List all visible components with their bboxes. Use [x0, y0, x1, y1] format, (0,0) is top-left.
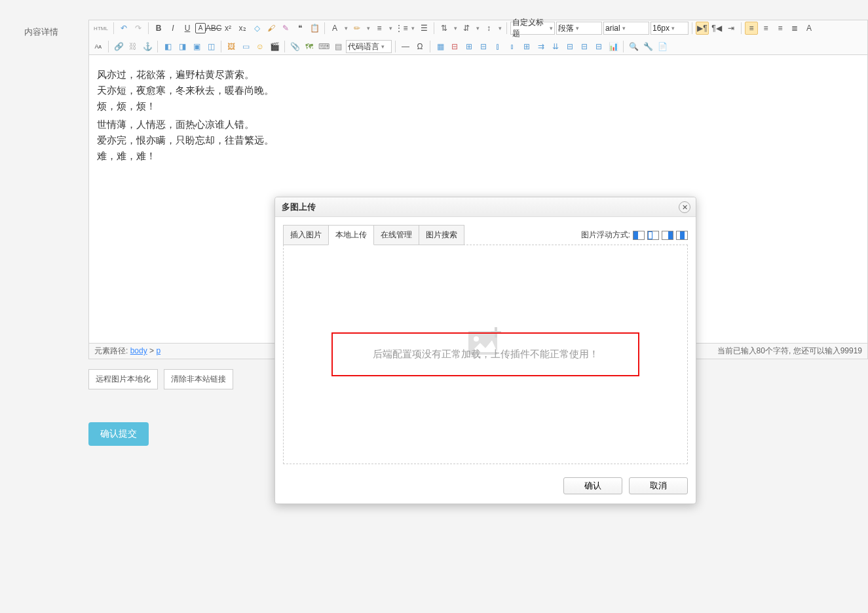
rst-dd[interactable]: ▾ [452, 25, 459, 31]
insertcol-icon[interactable]: ⫿ [491, 40, 504, 53]
dir-ltr-icon[interactable]: ▶¶ [696, 22, 709, 35]
img-center-icon[interactable]: ▣ [190, 40, 203, 53]
element-path: 元素路径: body > p [94, 346, 160, 357]
splitcols-icon[interactable]: ⊟ [592, 40, 605, 53]
strikethrough-icon[interactable]: ABC [207, 22, 220, 35]
hr-icon[interactable]: — [399, 40, 412, 53]
rsb-dd[interactable]: ▾ [474, 25, 481, 31]
img-none-icon[interactable]: ◫ [204, 40, 217, 53]
bold-icon[interactable]: B [152, 22, 165, 35]
path-p-link[interactable]: p [156, 346, 160, 355]
tab-online-manage[interactable]: 在线管理 [373, 225, 419, 245]
map-icon[interactable]: 🗺 [303, 40, 316, 53]
subscript-icon[interactable]: x₂ [236, 22, 249, 35]
splitrows-icon[interactable]: ⊟ [578, 40, 591, 53]
emotion-icon[interactable]: ☺ [254, 40, 267, 53]
fontfamily-select[interactable]: arial [603, 22, 649, 35]
search-icon[interactable]: 🔍 [627, 40, 640, 53]
content-line: 烦，烦，烦！ [97, 98, 859, 114]
separator [395, 41, 396, 52]
charttable-icon[interactable]: 📊 [607, 40, 620, 53]
submit-button[interactable]: 确认提交 [88, 422, 149, 446]
mergedown-icon[interactable]: ⇊ [549, 40, 562, 53]
lineheight-icon[interactable]: ↕ [482, 22, 495, 35]
touppercase-icon[interactable]: A [802, 22, 816, 35]
paragraph-select[interactable]: 段落 [556, 22, 602, 35]
img-right-icon[interactable]: ◨ [176, 40, 189, 53]
eraser-icon[interactable]: ◇ [250, 22, 263, 35]
dialog-close-button[interactable]: ✕ [679, 201, 690, 213]
template-icon[interactable]: ▤ [331, 40, 345, 53]
dialog-ok-button[interactable]: 确认 [563, 477, 622, 494]
replace-icon[interactable]: 🔧 [641, 40, 654, 53]
insertcode-icon[interactable]: ⌨ [317, 40, 330, 53]
selectall-icon[interactable]: ☰ [417, 22, 430, 35]
align-center-icon[interactable]: ≡ [759, 22, 772, 35]
forecolor-icon[interactable]: A [328, 22, 341, 35]
forecolor-dd[interactable]: ▾ [343, 25, 349, 31]
tab-insert-image[interactable]: 插入图片 [283, 225, 329, 245]
ol-dd[interactable]: ▾ [387, 25, 394, 31]
float-right-icon[interactable] [662, 231, 673, 240]
path-body-link[interactable]: body [130, 346, 147, 355]
insertimage-icon[interactable]: 🖼 [225, 40, 238, 53]
print-icon[interactable]: 📄 [656, 40, 669, 53]
superscript-icon[interactable]: x² [221, 22, 235, 35]
separator [221, 41, 221, 52]
upload-dropzone[interactable]: 后端配置项没有正常加载，上传插件不能正常使用！ [283, 245, 688, 464]
align-right-icon[interactable]: ≡ [774, 22, 787, 35]
formatpaint-icon[interactable]: 🖌 [265, 22, 278, 35]
backcolor-dd[interactable]: ▾ [365, 25, 371, 31]
autotype-icon[interactable]: ✎ [279, 22, 292, 35]
spechar-icon[interactable]: Ω [413, 40, 426, 53]
float-center-icon[interactable] [676, 231, 688, 240]
float-none-icon[interactable] [633, 231, 645, 240]
unlink-icon[interactable]: ⛓ [126, 40, 140, 53]
blockquote-icon[interactable]: ❝ [293, 22, 307, 35]
ul-dd[interactable]: ▾ [409, 25, 416, 31]
codelang-select[interactable]: 代码语言 [346, 40, 392, 53]
align-justify-icon[interactable]: ≣ [788, 22, 801, 35]
tab-local-upload[interactable]: 本地上传 [328, 225, 374, 245]
remote-local-button[interactable]: 远程图片本地化 [88, 369, 158, 389]
deletetable-icon[interactable]: ⊟ [448, 40, 461, 53]
mergecells-icon[interactable]: ⊞ [520, 40, 533, 53]
anchor-icon[interactable]: ⚓ [141, 40, 154, 53]
separator [157, 41, 158, 52]
inserttable-icon[interactable]: ▦ [434, 40, 447, 53]
underline-icon[interactable]: U [181, 22, 194, 35]
backcolor-icon[interactable]: ✏ [350, 22, 364, 35]
dir-rtl-icon[interactable]: ¶◀ [710, 22, 723, 35]
attachment-icon[interactable]: 📎 [288, 40, 301, 53]
html-source-button[interactable]: HTML [92, 22, 110, 35]
dialog-cancel-button[interactable]: 取消 [629, 477, 688, 494]
deleterow-icon[interactable]: ⊟ [477, 40, 490, 53]
pasteplain-icon[interactable]: 📋 [308, 22, 321, 35]
mergeright-icon[interactable]: ⇉ [535, 40, 548, 53]
undo-icon[interactable]: ↶ [117, 22, 130, 35]
img-left-icon[interactable]: ◧ [161, 40, 174, 53]
orderedlist-icon[interactable]: ≡ [373, 22, 386, 35]
rowspacingtop-icon[interactable]: ⇅ [438, 22, 451, 35]
clear-links-button[interactable]: 清除非本站链接 [164, 369, 233, 389]
indent-icon[interactable]: ⇥ [725, 22, 738, 35]
fontborder-icon[interactable]: A [195, 23, 206, 33]
content-line: 风亦过，花欲落，遍野枯黄尽萧索。 [97, 67, 859, 83]
deletecol-icon[interactable]: ⫾ [506, 40, 519, 53]
heading-select[interactable]: 自定义标题 [510, 22, 555, 35]
insertrow-icon[interactable]: ⊞ [462, 40, 476, 53]
link-icon[interactable]: 🔗 [112, 40, 125, 53]
insertframe-icon[interactable]: ▭ [239, 40, 252, 53]
lh-dd[interactable]: ▾ [497, 25, 503, 31]
fontsize-select[interactable]: 16px [651, 22, 689, 35]
redo-icon[interactable]: ↷ [132, 22, 145, 35]
tolowercase-icon[interactable]: Aᴀ [92, 40, 105, 53]
rowspacingbottom-icon[interactable]: ⇵ [460, 22, 473, 35]
splitcells-icon[interactable]: ⊟ [563, 40, 576, 53]
insertvideo-icon[interactable]: 🎬 [268, 40, 281, 53]
align-left-icon[interactable]: ≡ [745, 22, 758, 35]
italic-icon[interactable]: I [166, 22, 179, 35]
tab-image-search[interactable]: 图片搜索 [419, 225, 464, 245]
unorderedlist-icon[interactable]: ⋮≡ [395, 22, 408, 35]
float-left-icon[interactable] [647, 231, 659, 240]
